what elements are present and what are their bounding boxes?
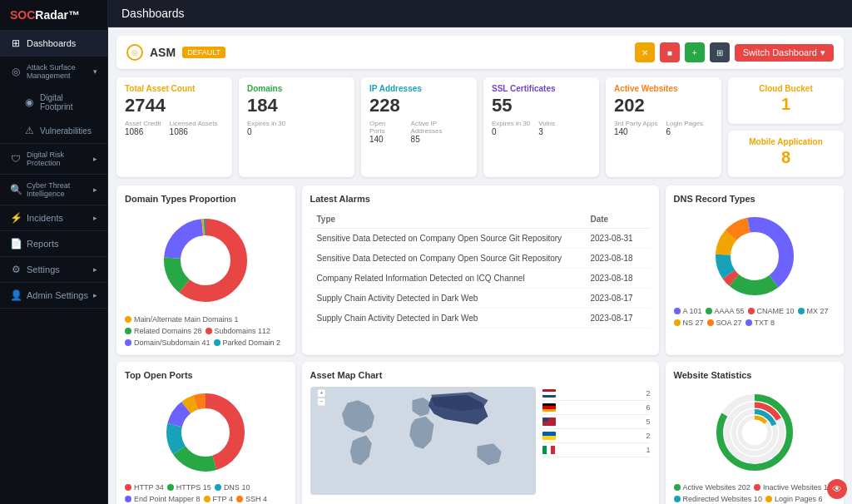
table-row[interactable]: Supply Chain Activity Detected in Dark W… [310, 309, 651, 329]
sub-value: 0 [492, 127, 530, 136]
action-btn-stop[interactable]: ■ [660, 42, 680, 62]
sidebar-item-reports[interactable]: 📄 Reports [0, 231, 107, 256]
alarm-date: 2023-08-18 [584, 249, 651, 269]
svg-text:+: + [320, 390, 323, 396]
chevron-icon: ▸ [93, 214, 97, 222]
legend-dot [706, 308, 712, 314]
asm-actions: ✕ ■ + ⊞ Switch Dashboard ▾ [635, 42, 834, 62]
alarm-type: Sensitive Data Detected on Company Open … [310, 229, 584, 249]
action-btn-add[interactable]: + [685, 42, 705, 62]
map-country-list: Netherlands 2 Germany 6 [542, 387, 651, 495]
legend-dot [754, 484, 760, 491]
sidebar-item-asm[interactable]: ◎ Attack Surface Management ▾ [0, 57, 107, 86]
main-content: Dashboards ◎ ASM DEFAULT ✕ ■ + ⊞ Switch … [108, 0, 852, 504]
legend-item: Subdomains 112 [206, 327, 271, 335]
flag-ukraine [542, 432, 556, 440]
cloud-mobile-column: Cloud Bucket 1 Mobile Application 8 [728, 77, 844, 177]
legend-dot [674, 319, 681, 326]
switch-dashboard-button[interactable]: Switch Dashboard ▾ [735, 44, 834, 62]
asm-badge: DEFAULT [182, 47, 225, 58]
chevron-icon: ▸ [93, 291, 97, 299]
alarm-date: 2023-08-17 [584, 289, 651, 309]
domain-donut-chart [156, 210, 255, 310]
alarm-date: 2023-08-31 [584, 229, 651, 249]
report-icon: 📄 [10, 238, 22, 250]
stat-sub: Open Ports 140 Active IP Addresses 85 [369, 120, 468, 144]
sub-label: Open Ports [369, 120, 403, 135]
action-btn-grid[interactable]: ⊞ [710, 42, 730, 62]
stat-sub: Asset Credit 1086 Licensed Assets 1086 [125, 120, 224, 136]
legend-dot [798, 308, 805, 314]
sidebar-item-digital-footprint[interactable]: ◉ Digital Footprint [0, 86, 107, 118]
page-title: Dashboards [121, 7, 185, 20]
asm-header: ◎ ASM DEFAULT ✕ ■ + ⊞ Switch Dashboard ▾ [116, 36, 844, 69]
sidebar: SOCRadar™ ⊞ Dashboards ◎ Attack Surface … [0, 0, 108, 504]
website-legend: Active Websites 202 Inactive Websites 10… [674, 483, 836, 503]
stat-value: 202 [614, 95, 713, 116]
sidebar-item-digital-risk[interactable]: 🛡 Digital Risk Protection ▸ [0, 144, 107, 174]
table-row[interactable]: Supply Chain Activity Detected in Dark W… [310, 289, 651, 309]
flag-netherlands [542, 389, 556, 398]
legend-dot [125, 328, 131, 334]
panels-row-2: Top Open Ports [116, 362, 844, 504]
panel-title: DNS Record Types [674, 194, 836, 204]
chevron-icon: ▸ [93, 155, 97, 163]
footprint-icon: ◉ [23, 96, 35, 108]
ports-donut-chart [160, 387, 251, 478]
asm-icon: ◎ [126, 44, 143, 61]
dns-panel: DNS Record Types [666, 185, 845, 355]
panel-title: Asset Map Chart [310, 370, 651, 380]
legend-item: SOA 27 [707, 319, 742, 327]
legend-dot [746, 319, 752, 326]
sidebar-nav: ⊞ Dashboards ◎ Attack Surface Management… [0, 31, 107, 504]
action-btn-x[interactable]: ✕ [635, 42, 655, 62]
sidebar-item-cyber-threat[interactable]: 🔍 Cyber Threat Intelligence ▸ [0, 175, 107, 205]
flag-germany [542, 403, 556, 412]
panel-title: Website Statistics [674, 370, 836, 380]
stat-title: IP Addresses [369, 84, 468, 93]
sidebar-item-vulnerabilities[interactable]: ⚠ Vulnerabilities [0, 118, 107, 143]
legend-item: Parked Domain 2 [214, 338, 281, 347]
legend-item: Domain/Subdomain 41 [125, 338, 211, 347]
sub-label: Vulns [538, 120, 555, 127]
legend-item: Active Websites 202 [674, 483, 750, 492]
legend-dot [674, 484, 681, 491]
legend-item: AAAA 55 [706, 307, 745, 315]
legend-item: CNAME 10 [748, 307, 795, 315]
sub-value: 140 [614, 127, 657, 136]
stat-sub: Expires in 30 0 [247, 120, 346, 136]
stat-mobile: Mobile Application 8 [728, 131, 844, 177]
svg-point-15 [733, 235, 776, 278]
legend-dot [125, 339, 131, 346]
stat-title: Total Asset Count [125, 84, 224, 93]
stat-domains: Domains 184 Expires in 30 0 [239, 77, 354, 177]
website-stats-panel: Website Statistics [666, 362, 845, 504]
legend-dot [125, 496, 131, 502]
domain-donut-container [125, 210, 287, 310]
table-row[interactable]: Sensitive Data Detected on Company Open … [310, 249, 651, 269]
content-area: ◎ ASM DEFAULT ✕ ■ + ⊞ Switch Dashboard ▾… [108, 27, 852, 504]
legend-item: End Point Mapper 8 [125, 495, 201, 503]
legend-dot [674, 496, 681, 502]
table-row[interactable]: Sensitive Data Detected on Company Open … [310, 229, 651, 249]
sidebar-item-settings[interactable]: ⚙ Settings ▸ [0, 257, 107, 282]
stat-value: 228 [369, 95, 468, 116]
country-usa: United States of Am... 5 [542, 415, 651, 429]
chevron-icon: ▸ [93, 185, 97, 194]
stat-websites: Active Websites 202 3rd Party Apps 140 L… [606, 77, 721, 177]
legend-item: HTTPS 15 [167, 483, 211, 492]
svg-point-23 [184, 411, 227, 454]
alarms-table-container[interactable]: Type Date Sensitive Data Detected on Com… [310, 210, 651, 329]
legend-item: MX 27 [798, 307, 829, 315]
sidebar-item-incidents[interactable]: ⚡ Incidents ▸ [0, 205, 107, 230]
legend-dot [215, 484, 221, 491]
sidebar-item-dashboards[interactable]: ⊞ Dashboards [0, 31, 107, 56]
asm-left: ◎ ASM DEFAULT [126, 44, 225, 61]
legend-item: Main/Alternate Main Domains 1 [125, 315, 239, 324]
sidebar-item-admin[interactable]: 👤 Admin Settings ▸ [0, 283, 107, 308]
sub-label: Asset Credit [125, 120, 161, 127]
stat-cloud: Cloud Bucket 1 [728, 77, 844, 124]
eye-icon[interactable]: 👁 [827, 479, 844, 499]
sub-value: 1086 [170, 127, 218, 136]
table-row[interactable]: Company Related Information Detected on … [310, 269, 651, 289]
